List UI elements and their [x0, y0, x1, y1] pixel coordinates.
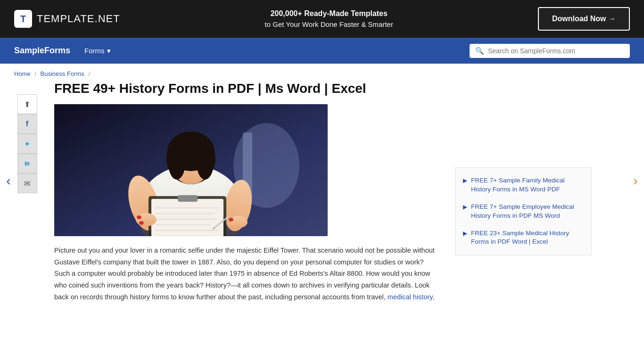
arrow-icon-3: ▶ — [463, 230, 467, 237]
nav-next-button[interactable]: › — [627, 167, 644, 195]
article-image-container — [54, 104, 441, 236]
article-body: Picture out you and your lover in a roma… — [54, 245, 441, 303]
logo-icon: T — [14, 10, 32, 28]
svg-point-27 — [168, 147, 185, 180]
sidebar-link-3[interactable]: FREE 23+ Sample Medical History Forms in… — [471, 229, 584, 247]
social-email-button[interactable]: ✉ — [17, 173, 37, 193]
chevron-down-icon: ▾ — [107, 47, 111, 55]
nav-prev-button[interactable]: ‹ — [0, 167, 17, 195]
twitter-icon: ✦ — [24, 140, 30, 148]
arrow-icon-1: ▶ — [463, 177, 467, 184]
medical-history-link[interactable]: medical history, — [388, 293, 435, 301]
main-content: ⬆ f ✦ in ✉ FREE 49+ History Forms in PDF… — [0, 80, 644, 317]
breadcrumb-home[interactable]: Home — [14, 70, 31, 77]
article-image — [54, 104, 328, 236]
search-icon: 🔍 — [475, 47, 484, 55]
nav-forms-menu[interactable]: Forms ▾ — [84, 47, 111, 55]
search-bar[interactable]: 🔍 — [470, 44, 630, 58]
facebook-icon: f — [26, 120, 28, 128]
svg-point-21 — [229, 218, 233, 222]
social-linkedin-button[interactable]: in — [17, 154, 37, 173]
svg-point-17 — [136, 213, 157, 226]
social-twitter-button[interactable]: ✦ — [17, 134, 37, 154]
banner-tagline: 200,000+ Ready-Made Templates to Get You… — [265, 8, 393, 30]
upload-icon: ⬆ — [24, 100, 30, 109]
svg-point-18 — [137, 215, 141, 219]
article-title: FREE 49+ History Forms in PDF | Ms Word … — [54, 80, 441, 97]
logo-text: TEMPLATE.NET — [37, 13, 120, 25]
sidebar-box: ▶ FREE 7+ Sample Family Medical History … — [455, 167, 592, 255]
svg-point-28 — [197, 147, 214, 180]
social-facebook-button[interactable]: f — [17, 114, 37, 134]
sidebar-link-2[interactable]: FREE 7+ Sample Employee Medical History … — [471, 203, 584, 221]
sidebar-link-item: ▶ FREE 23+ Sample Medical History Forms … — [463, 229, 584, 247]
social-sidebar: ⬆ f ✦ in ✉ — [14, 94, 40, 303]
arrow-icon-2: ▶ — [463, 204, 467, 210]
logo-area[interactable]: T TEMPLATE.NET — [14, 10, 120, 28]
breadcrumb-section[interactable]: Business Forms — [41, 70, 84, 77]
linkedin-icon: in — [25, 160, 30, 167]
download-now-button[interactable]: Download Now → — [538, 7, 630, 31]
article-area: FREE 49+ History Forms in PDF | Ms Word … — [54, 80, 441, 303]
svg-point-20 — [229, 216, 248, 228]
nav-bar: SampleForms Forms ▾ 🔍 — [0, 38, 644, 64]
svg-rect-16 — [178, 195, 198, 202]
nav-brand[interactable]: SampleForms — [14, 46, 70, 56]
sidebar-link-item: ▶ FREE 7+ Sample Employee Medical Histor… — [463, 203, 584, 221]
sidebar-link-item: ▶ FREE 7+ Sample Family Medical History … — [463, 176, 584, 194]
search-input[interactable] — [488, 47, 624, 55]
svg-point-19 — [139, 221, 144, 225]
social-upload-button[interactable]: ⬆ — [17, 94, 37, 114]
right-sidebar: ▶ FREE 7+ Sample Family Medical History … — [455, 167, 592, 303]
top-banner: T TEMPLATE.NET 200,000+ Ready-Made Templ… — [0, 0, 644, 38]
email-icon: ✉ — [24, 179, 30, 188]
breadcrumb: Home / Business Forms / — [0, 64, 644, 80]
sidebar-link-1[interactable]: FREE 7+ Sample Family Medical History Fo… — [471, 176, 584, 194]
